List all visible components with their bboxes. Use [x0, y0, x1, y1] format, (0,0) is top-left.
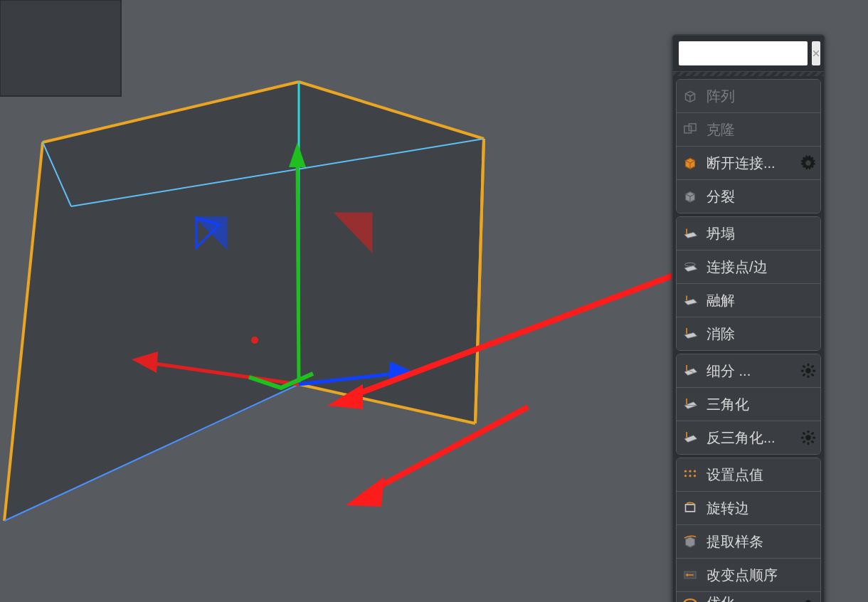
svg-marker-23 [336, 213, 371, 250]
menu-label: 优化 [706, 593, 793, 603]
svg-line-68 [803, 433, 805, 435]
menu-item-subdivide[interactable]: 细分 ... [677, 354, 820, 387]
svg-line-14 [475, 139, 484, 423]
menu-label: 坍塌 [706, 224, 816, 243]
svg-rect-33 [684, 126, 692, 133]
svg-line-15 [297, 160, 299, 384]
menu-item-triangulate[interactable]: 三角化 [677, 387, 820, 421]
menu-search-row [673, 36, 824, 72]
menu-label: 反三角化... [706, 428, 793, 448]
svg-point-49 [805, 368, 810, 373]
gear-icon[interactable] [800, 430, 816, 445]
svg-line-57 [812, 366, 814, 368]
menu-item-untriangulate[interactable]: 反三角化... [677, 421, 820, 454]
svg-line-19 [299, 374, 395, 384]
menu-label: 旋转边 [706, 499, 816, 518]
svg-marker-41 [684, 265, 697, 271]
menu-drag-stripes [673, 72, 824, 76]
svg-line-70 [803, 441, 805, 443]
viewport-3d[interactable]: 阵列 克隆 断开连接... [0, 0, 868, 602]
menu-label: 分裂 [706, 187, 816, 206]
menu-item-connect[interactable]: 连接点/边 [677, 250, 820, 283]
svg-line-27 [363, 407, 528, 495]
svg-line-56 [803, 374, 805, 376]
svg-line-10 [299, 82, 484, 139]
gear-icon[interactable] [800, 595, 816, 602]
svg-point-63 [805, 435, 810, 440]
menu-label: 融解 [706, 291, 816, 310]
array-icon [681, 87, 699, 105]
svg-rect-34 [689, 124, 696, 131]
svg-line-8 [475, 139, 484, 423]
svg-marker-4 [299, 82, 484, 423]
svg-point-42 [685, 263, 696, 266]
svg-line-17 [149, 363, 299, 384]
menu-item-extractspline[interactable]: 提取样条 [677, 524, 820, 558]
menu-label: 阵列 [706, 87, 816, 106]
svg-line-11 [43, 142, 71, 206]
menu-item-eliminate[interactable]: 消除 [677, 317, 820, 350]
menu-label: 克隆 [706, 120, 816, 139]
menu-item-collapse[interactable]: 坍塌 [677, 217, 820, 250]
menu-label: 连接点/边 [706, 258, 816, 277]
svg-line-54 [803, 366, 805, 368]
gear-icon[interactable] [800, 155, 816, 171]
menu-item-dissolve[interactable]: 融解 [677, 283, 820, 317]
svg-marker-2 [4, 82, 299, 521]
svg-marker-0 [0, 0, 121, 96]
reverse-icon [681, 566, 699, 584]
cube-gray-icon [681, 187, 699, 206]
cube-orange-icon [681, 154, 699, 172]
gear-icon[interactable] [800, 363, 816, 379]
menu-item-split[interactable]: 分裂 [677, 179, 820, 213]
menu-group-2: 坍塌 连接点/边 融解 消除 [676, 216, 821, 351]
plane-flat-icon [681, 258, 699, 276]
menu-item-changepointorder[interactable]: 改变点顺序 [677, 558, 820, 591]
svg-point-77 [694, 475, 696, 477]
menu-label: 提取样条 [706, 532, 816, 551]
svg-line-12 [71, 139, 484, 206]
menu-search-clear[interactable] [812, 41, 820, 65]
svg-marker-18 [132, 352, 158, 373]
menu-group-4: 设置点值 旋转边 提取样条 [676, 458, 821, 602]
svg-marker-22 [196, 218, 219, 248]
menu-label: 断开连接... [706, 154, 793, 173]
svg-line-9 [43, 82, 299, 142]
svg-point-24 [251, 337, 258, 344]
svg-point-82 [684, 599, 696, 602]
svg-line-7 [299, 384, 475, 423]
svg-line-71 [812, 433, 814, 435]
menu-label: 细分 ... [706, 361, 793, 381]
svg-point-74 [694, 470, 696, 472]
svg-marker-20 [388, 361, 413, 384]
svg-marker-1 [43, 82, 484, 206]
svg-point-75 [684, 475, 687, 477]
svg-marker-26 [327, 384, 363, 409]
menu-label: 改变点顺序 [706, 566, 816, 585]
menu-item-setpointvalue[interactable]: 设置点值 [677, 458, 820, 491]
svg-point-73 [689, 470, 691, 472]
menu-item-clone[interactable]: 克隆 [677, 112, 820, 146]
menu-label: 三角化 [706, 395, 816, 414]
menu-item-optimize[interactable]: 优化 [677, 591, 820, 602]
menu-item-spinedge[interactable]: 旋转边 [677, 491, 820, 524]
menu-group-3: 细分 ... 三角化 反三角化... [676, 354, 821, 455]
menu-group-1: 阵列 克隆 断开连接... [676, 79, 821, 213]
plane-grid-icon [681, 361, 699, 380]
svg-point-76 [689, 475, 691, 477]
svg-line-69 [812, 441, 814, 443]
dots-grid-icon [681, 465, 699, 484]
svg-marker-16 [289, 142, 306, 167]
menu-item-array[interactable]: 阵列 [677, 80, 820, 112]
plane-melt-icon [681, 291, 699, 310]
svg-marker-79 [686, 537, 695, 548]
plane-down-icon [681, 224, 699, 243]
svg-marker-3 [4, 82, 299, 521]
menu-label: 消除 [706, 324, 816, 344]
plane-untri-icon [681, 428, 699, 447]
menu-search-input[interactable] [679, 41, 808, 65]
clone-icon [681, 120, 699, 139]
menu-item-disconnect[interactable]: 断开连接... [677, 146, 820, 179]
svg-point-72 [684, 470, 687, 472]
svg-line-6 [4, 384, 299, 521]
